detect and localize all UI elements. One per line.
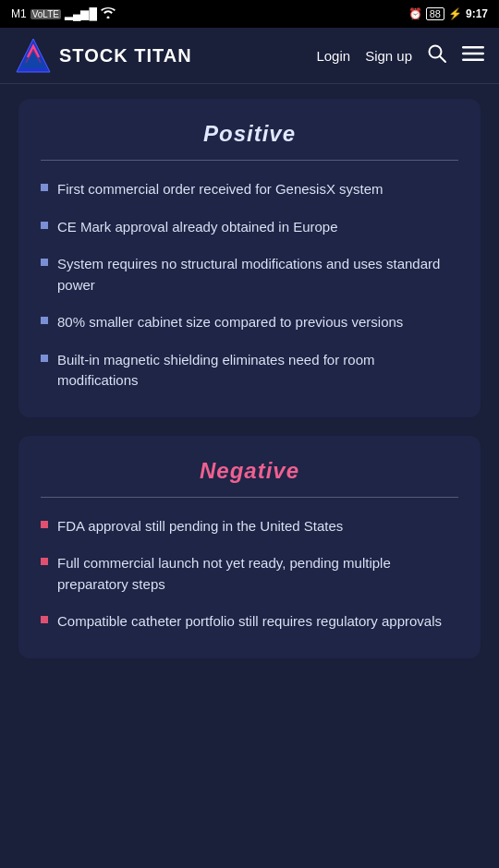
logo-area: STOCK TITAN bbox=[15, 37, 192, 74]
list-item: Full commercial launch not yet ready, pe… bbox=[41, 553, 458, 595]
list-item: Built-in magnetic shielding eliminates n… bbox=[41, 350, 458, 392]
positive-item-1: First commercial order received for Gene… bbox=[57, 179, 383, 200]
positive-list: First commercial order received for Gene… bbox=[41, 179, 458, 392]
bolt-icon: ⚡ bbox=[448, 7, 462, 20]
bullet-icon bbox=[41, 616, 48, 623]
header: STOCK TITAN Login Sign up bbox=[0, 28, 499, 84]
signal-icon: ▂▄▆█ bbox=[65, 7, 97, 20]
battery-label: 88 bbox=[426, 7, 444, 20]
status-bar: M1 VoLTE ▂▄▆█ ⏰ 88 ⚡ 9:17 bbox=[0, 0, 499, 28]
bullet-icon bbox=[41, 355, 48, 362]
negative-divider bbox=[41, 497, 458, 498]
svg-line-3 bbox=[440, 56, 445, 62]
positive-divider bbox=[41, 160, 458, 161]
bullet-icon bbox=[41, 558, 48, 565]
volte-label: VoLTE bbox=[30, 9, 61, 19]
list-item: CE Mark approval already obtained in Eur… bbox=[41, 217, 458, 238]
bullet-icon bbox=[41, 521, 48, 528]
positive-item-2: CE Mark approval already obtained in Eur… bbox=[57, 217, 338, 238]
positive-section: Positive First commercial order received… bbox=[18, 99, 481, 417]
bullet-icon bbox=[41, 259, 48, 266]
menu-icon[interactable] bbox=[462, 42, 484, 69]
negative-title: Negative bbox=[41, 458, 458, 484]
bullet-icon bbox=[41, 317, 48, 324]
list-item: System requires no structural modificati… bbox=[41, 254, 458, 295]
main-content: Positive First commercial order received… bbox=[0, 84, 499, 695]
wifi-icon bbox=[101, 7, 116, 21]
positive-title: Positive bbox=[41, 121, 458, 147]
nav-links: Login Sign up bbox=[316, 42, 484, 69]
alarm-icon: ⏰ bbox=[408, 7, 422, 20]
list-item: Compatible catheter portfolio still requ… bbox=[41, 611, 458, 633]
negative-section: Negative FDA approval still pending in t… bbox=[18, 436, 481, 658]
list-item: First commercial order received for Gene… bbox=[41, 179, 458, 200]
signup-link[interactable]: Sign up bbox=[365, 48, 412, 64]
carrier-label: M1 bbox=[11, 7, 27, 20]
svg-rect-6 bbox=[462, 58, 484, 61]
negative-item-1: FDA approval still pending in the United… bbox=[57, 516, 343, 537]
svg-rect-4 bbox=[462, 46, 484, 49]
positive-item-3: System requires no structural modificati… bbox=[57, 254, 458, 295]
negative-item-2: Full commercial launch not yet ready, pe… bbox=[57, 553, 458, 595]
list-item: FDA approval still pending in the United… bbox=[41, 516, 458, 537]
bullet-icon bbox=[41, 184, 48, 191]
status-left: M1 VoLTE ▂▄▆█ bbox=[11, 7, 116, 21]
svg-rect-5 bbox=[462, 52, 484, 54]
negative-list: FDA approval still pending in the United… bbox=[41, 516, 458, 633]
negative-item-3: Compatible catheter portfolio still requ… bbox=[57, 611, 442, 633]
list-item: 80% smaller cabinet size compared to pre… bbox=[41, 312, 458, 333]
logo-text: STOCK TITAN bbox=[59, 45, 192, 66]
time-label: 9:17 bbox=[466, 7, 488, 20]
logo-icon bbox=[15, 37, 52, 74]
positive-item-4: 80% smaller cabinet size compared to pre… bbox=[57, 312, 403, 333]
bullet-icon bbox=[41, 222, 48, 229]
search-icon[interactable] bbox=[427, 43, 447, 68]
login-link[interactable]: Login bbox=[316, 48, 350, 64]
positive-item-5: Built-in magnetic shielding eliminates n… bbox=[57, 350, 458, 392]
status-right: ⏰ 88 ⚡ 9:17 bbox=[408, 7, 488, 20]
